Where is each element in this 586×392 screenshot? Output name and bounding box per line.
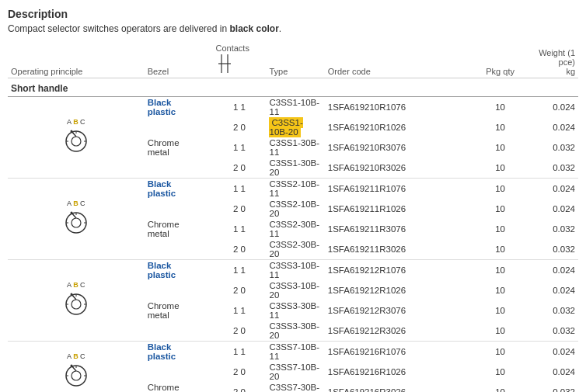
type-cell: C3SS3-30B-11 — [266, 300, 324, 321]
svg-point-29 — [70, 364, 72, 366]
header-type: Type — [266, 42, 324, 78]
header-pkg-qty: Pkg qty — [481, 42, 520, 78]
pkg-qty-cell: 10 — [481, 260, 520, 281]
description-text: Compact selector switches operators are … — [8, 23, 578, 34]
contacts-cell: 1 1 — [212, 97, 266, 118]
bezel-cell — [145, 158, 213, 179]
weight-cell: 0.032 — [520, 239, 578, 260]
order-code-cell: 1SFA619210R3026 — [325, 158, 481, 179]
pkg-qty-cell: 10 — [481, 382, 520, 392]
bezel-cell: Chromemetal — [145, 219, 213, 239]
header-order-code: Order code — [325, 42, 481, 78]
contacts-cell: 1 1 — [212, 342, 266, 363]
bezel-cell: Blackplastic — [145, 342, 213, 363]
table-row: A B C — [8, 97, 578, 118]
header-weight: Weight (1 pce) kg — [520, 42, 578, 78]
op-principle-cell: A B C — [8, 342, 145, 393]
table-row: A B C — [8, 260, 578, 281]
pkg-qty-cell: 10 — [481, 362, 520, 382]
contacts-cell: 1 1 — [212, 219, 266, 239]
type-cell: C3SS1-30B-11 — [266, 137, 324, 158]
bezel-cell — [145, 239, 213, 260]
weight-cell: 0.024 — [520, 97, 578, 118]
svg-point-20 — [72, 300, 81, 309]
weight-cell: 0.024 — [520, 117, 578, 137]
pkg-qty-cell: 10 — [481, 300, 520, 321]
svg-point-12 — [66, 213, 86, 233]
weight-cell: 0.032 — [520, 219, 578, 239]
type-cell: C3SS2-10B-11 — [266, 179, 324, 199]
order-code-cell: 1SFA619211R3076 — [325, 219, 481, 239]
weight-cell: 0.032 — [520, 137, 578, 158]
bezel-cell — [145, 280, 213, 300]
op-principle-cell: A B C — [8, 179, 145, 260]
pkg-qty-cell: 10 — [481, 117, 520, 137]
contacts-cell: 2 0 — [212, 362, 266, 382]
svg-point-8 — [70, 130, 72, 132]
pkg-qty-cell: 10 — [481, 199, 520, 219]
contacts-cell: 1 1 — [212, 300, 266, 321]
contacts-cell: 1 1 — [212, 137, 266, 158]
pkg-qty-cell: 10 — [481, 137, 520, 158]
svg-point-27 — [72, 371, 81, 380]
type-cell: C3SS2-30B-20 — [266, 239, 324, 260]
pkg-qty-cell: 10 — [481, 280, 520, 300]
order-code-cell: 1SFA619210R1076 — [325, 97, 481, 118]
weight-cell: 0.024 — [520, 260, 578, 281]
bezel-cell: Blackplastic — [145, 179, 213, 199]
order-code-cell: 1SFA619212R1026 — [325, 280, 481, 300]
type-cell: C3SS3-30B-20 — [266, 321, 324, 342]
type-cell: C3SS1-10B-11 — [266, 97, 324, 118]
description-title: Description — [8, 8, 578, 20]
weight-cell: 0.032 — [520, 382, 578, 392]
order-code-cell: 1SFA619212R3076 — [325, 300, 481, 321]
weight-cell: 0.024 — [520, 342, 578, 363]
type-cell: C3SS7-10B-11 — [266, 342, 324, 363]
type-cell: C3SS3-10B-11 — [266, 260, 324, 281]
order-code-cell: 1SFA619211R1026 — [325, 199, 481, 219]
bezel-cell: Chromemetal — [145, 300, 213, 321]
svg-point-6 — [72, 137, 81, 146]
svg-point-15 — [70, 211, 72, 213]
order-code-cell: 1SFA619212R1076 — [325, 260, 481, 281]
svg-point-13 — [72, 218, 81, 227]
order-code-cell: 1SFA619216R1026 — [325, 362, 481, 382]
weight-cell: 0.024 — [520, 362, 578, 382]
pkg-qty-cell: 10 — [481, 97, 520, 118]
order-code-cell: 1SFA619210R1026 — [325, 117, 481, 137]
bezel-cell — [145, 199, 213, 219]
type-cell: C3SS1-10B-20 — [266, 117, 324, 137]
type-cell: C3SS2-30B-11 — [266, 219, 324, 239]
type-cell: C3SS7-30B-20 — [266, 382, 324, 392]
contacts-cell: 2 0 — [212, 239, 266, 260]
bezel-cell — [145, 117, 213, 137]
svg-point-5 — [66, 131, 86, 151]
type-cell: C3SS3-10B-20 — [266, 280, 324, 300]
bezel-cell — [145, 321, 213, 342]
order-code-cell: 1SFA619211R3026 — [325, 239, 481, 260]
table-row: A B C — [8, 342, 578, 363]
header-bezel: Bezel — [145, 42, 213, 78]
order-code-cell: 1SFA619210R3076 — [325, 137, 481, 158]
weight-cell: 0.032 — [520, 158, 578, 179]
svg-point-26 — [66, 366, 86, 386]
contacts-cell: 2 0 — [212, 117, 266, 137]
product-table: Operating principle Bezel Contacts Type … — [8, 42, 578, 392]
contacts-cell: 1 1 — [212, 260, 266, 281]
pkg-qty-cell: 10 — [481, 158, 520, 179]
order-code-cell: 1SFA619211R1076 — [325, 179, 481, 199]
type-cell: C3SS2-10B-20 — [266, 199, 324, 219]
contacts-cell: 2 0 — [212, 158, 266, 179]
description-section: Description Compact selector switches op… — [8, 8, 578, 34]
switch-icon — [64, 127, 89, 156]
switch-icon — [64, 361, 89, 390]
contacts-cell: 2 0 — [212, 199, 266, 219]
contacts-cell: 2 0 — [212, 321, 266, 342]
op-principle-cell: A B C — [8, 260, 145, 342]
pkg-qty-cell: 10 — [481, 321, 520, 342]
weight-cell: 0.032 — [520, 300, 578, 321]
table-row: A B C — [8, 179, 578, 199]
pkg-qty-cell: 10 — [481, 342, 520, 363]
header-op-principle: Operating principle — [8, 42, 145, 78]
contacts-cell: 2 0 — [212, 280, 266, 300]
